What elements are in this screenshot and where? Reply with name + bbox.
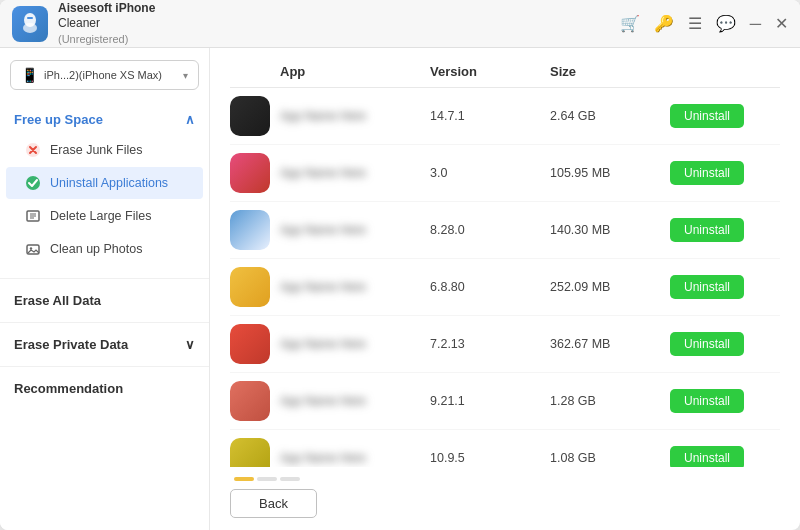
- content-inner: App Version Size App Name Here14.7.12.64…: [210, 48, 800, 467]
- uninstall-button[interactable]: Uninstall: [670, 161, 744, 185]
- divider-2: [0, 322, 209, 323]
- sidebar-erase-all[interactable]: Erase All Data: [0, 283, 209, 318]
- version-cell: 6.8.80: [430, 280, 550, 294]
- menu-icon[interactable]: ☰: [688, 14, 702, 33]
- action-cell: Uninstall: [670, 446, 780, 467]
- table-row: App Name Here3.0105.95 MBUninstall: [230, 145, 780, 202]
- app-name-blurred: App Name Here: [280, 109, 366, 123]
- table-header: App Version Size: [230, 64, 780, 88]
- size-cell: 1.28 GB: [550, 394, 670, 408]
- app-icon: [230, 96, 270, 136]
- action-cell: Uninstall: [670, 332, 780, 356]
- uninstall-button[interactable]: Uninstall: [670, 218, 744, 242]
- col-app: App: [280, 64, 430, 79]
- action-cell: Uninstall: [670, 389, 780, 413]
- free-up-chevron-icon: ∧: [185, 112, 195, 127]
- app-icon: [230, 153, 270, 193]
- sidebar-item-clean-photos[interactable]: Clean up Photos: [6, 233, 203, 265]
- device-chevron-icon: ▾: [183, 70, 188, 81]
- bottom-bar: Back: [210, 467, 800, 530]
- info-icon[interactable]: 🔑: [654, 14, 674, 33]
- table-row: App Name Here6.8.80252.09 MBUninstall: [230, 259, 780, 316]
- version-cell: 3.0: [430, 166, 550, 180]
- app-window: Aiseesoft iPhone Cleaner (Unregistered) …: [0, 0, 800, 530]
- size-cell: 1.08 GB: [550, 451, 670, 465]
- divider-1: [0, 278, 209, 279]
- action-cell: Uninstall: [670, 104, 780, 128]
- content-area: App Version Size App Name Here14.7.12.64…: [210, 48, 800, 530]
- table-row: App Name Here9.21.11.28 GBUninstall: [230, 373, 780, 430]
- free-up-space-section: Free up Space ∧ Erase Junk Files: [0, 102, 209, 274]
- app-cell: App Name Here: [230, 96, 430, 136]
- divider-3: [0, 366, 209, 367]
- phone-icon: 📱: [21, 67, 38, 83]
- sidebar: 📱 iPh...2)(iPhone XS Max) ▾ Free up Spac…: [0, 48, 210, 530]
- uninstall-button[interactable]: Uninstall: [670, 389, 744, 413]
- version-cell: 8.28.0: [430, 223, 550, 237]
- svg-rect-2: [27, 17, 33, 19]
- table-row: App Name Here8.28.0140.30 MBUninstall: [230, 202, 780, 259]
- table-row: App Name Here10.9.51.08 GBUninstall: [230, 430, 780, 467]
- table-row: App Name Here14.7.12.64 GBUninstall: [230, 88, 780, 145]
- delete-large-icon: [24, 207, 42, 225]
- size-cell: 140.30 MB: [550, 223, 670, 237]
- chat-icon[interactable]: 💬: [716, 14, 736, 33]
- free-up-space-header[interactable]: Free up Space ∧: [0, 102, 209, 133]
- app-name-blurred: App Name Here: [280, 337, 366, 351]
- app-icon: [230, 324, 270, 364]
- app-name-blurred: App Name Here: [280, 394, 366, 408]
- app-cell: App Name Here: [230, 153, 430, 193]
- app-name-blurred: App Name Here: [280, 223, 366, 237]
- dot-inactive-2: [280, 477, 300, 481]
- sidebar-item-erase-junk[interactable]: Erase Junk Files: [6, 134, 203, 166]
- size-cell: 2.64 GB: [550, 109, 670, 123]
- col-action: [670, 64, 780, 79]
- size-cell: 362.67 MB: [550, 337, 670, 351]
- app-name-blurred: App Name Here: [280, 166, 366, 180]
- app-cell: App Name Here: [230, 381, 430, 421]
- titlebar: Aiseesoft iPhone Cleaner (Unregistered) …: [0, 0, 800, 48]
- version-cell: 14.7.1: [430, 109, 550, 123]
- sidebar-recommendation[interactable]: Recommendation: [0, 371, 209, 406]
- size-cell: 105.95 MB: [550, 166, 670, 180]
- minimize-icon[interactable]: ─: [750, 15, 761, 33]
- table-body: App Name Here14.7.12.64 GBUninstallApp N…: [230, 88, 780, 467]
- app-logo: [12, 6, 48, 42]
- app-name-blurred: App Name Here: [280, 280, 366, 294]
- dot-inactive-1: [257, 477, 277, 481]
- version-cell: 10.9.5: [430, 451, 550, 465]
- erase-junk-icon: [24, 141, 42, 159]
- app-cell: App Name Here: [230, 438, 430, 467]
- close-icon[interactable]: ✕: [775, 14, 788, 33]
- back-button[interactable]: Back: [230, 489, 317, 518]
- uninstall-button[interactable]: Uninstall: [670, 275, 744, 299]
- app-cell: App Name Here: [230, 324, 430, 364]
- uninstall-button[interactable]: Uninstall: [670, 332, 744, 356]
- sidebar-erase-private[interactable]: Erase Private Data ∨: [0, 327, 209, 362]
- app-icon: [230, 381, 270, 421]
- sidebar-item-delete-large[interactable]: Delete Large Files: [6, 200, 203, 232]
- version-cell: 9.21.1: [430, 394, 550, 408]
- cart-icon[interactable]: 🛒: [620, 14, 640, 33]
- app-cell: App Name Here: [230, 210, 430, 250]
- action-cell: Uninstall: [670, 218, 780, 242]
- app-title: Aiseesoft iPhone Cleaner (Unregistered): [58, 1, 620, 46]
- app-icon: [230, 438, 270, 467]
- device-selector[interactable]: 📱 iPh...2)(iPhone XS Max) ▾: [10, 60, 199, 90]
- size-cell: 252.09 MB: [550, 280, 670, 294]
- action-cell: Uninstall: [670, 161, 780, 185]
- sidebar-item-uninstall-apps[interactable]: Uninstall Applications: [6, 167, 203, 199]
- clean-photos-icon: [24, 240, 42, 258]
- app-icon: [230, 267, 270, 307]
- version-cell: 7.2.13: [430, 337, 550, 351]
- progress-dots: [234, 477, 300, 481]
- main-layout: 📱 iPh...2)(iPhone XS Max) ▾ Free up Spac…: [0, 48, 800, 530]
- col-version: Version: [430, 64, 550, 79]
- table-row: App Name Here7.2.13362.67 MBUninstall: [230, 316, 780, 373]
- uninstall-button[interactable]: Uninstall: [670, 104, 744, 128]
- erase-private-chevron-icon: ∨: [185, 337, 195, 352]
- app-cell: App Name Here: [230, 267, 430, 307]
- uninstall-button[interactable]: Uninstall: [670, 446, 744, 467]
- app-name-blurred: App Name Here: [280, 451, 366, 465]
- app-icon: [230, 210, 270, 250]
